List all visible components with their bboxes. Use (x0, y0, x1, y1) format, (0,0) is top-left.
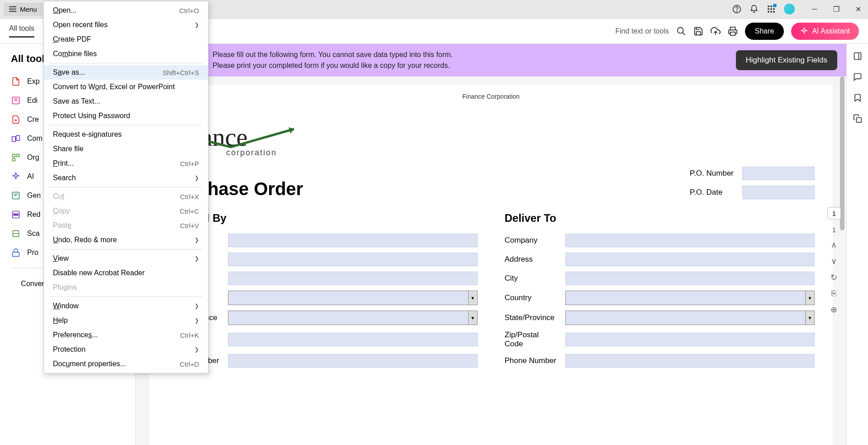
menu-item-label: Paste (53, 221, 71, 230)
po-date-input[interactable] (742, 186, 815, 199)
copy-icon[interactable] (853, 114, 863, 124)
svg-rect-24 (13, 158, 15, 161)
chevron-right-icon: ❯ (194, 303, 199, 309)
menu-item-label: Open... (53, 6, 76, 14)
menu-button[interactable]: Menu (4, 3, 43, 16)
po-number-input[interactable] (742, 167, 815, 180)
panel-toggle-icon[interactable] (853, 51, 863, 61)
menu-item-paste: PasteCtrl+V (44, 218, 208, 233)
ai-assistant-button[interactable]: AI Assistant (791, 23, 859, 40)
window-controls: ─ ❐ ✕ (808, 3, 864, 15)
logo: Finance corporation (167, 123, 815, 158)
search-icon[interactable] (676, 26, 686, 36)
menu-item-convert-to-word-excel-or-powerpoint[interactable]: Convert to Word, Excel or PowerPoint (44, 80, 208, 94)
menu-item-window[interactable]: Window❯ (44, 299, 208, 313)
export-icon (11, 77, 21, 86)
menu-item-search[interactable]: Search❯ (44, 171, 208, 185)
menu-item-open[interactable]: Open...Ctrl+O (44, 3, 208, 18)
svg-rect-21 (16, 135, 20, 140)
maximize-button[interactable]: ❐ (830, 3, 843, 15)
minimize-button[interactable]: ─ (808, 3, 821, 15)
apps-icon[interactable] (767, 5, 776, 14)
menu-item-undo-redo-more[interactable]: Undo, Redo & more❯ (44, 233, 208, 247)
menu-item-request-e-signatures[interactable]: Request e-signatures (44, 127, 208, 142)
form-columns: Ordered By Company Address City Country▼… (167, 212, 815, 373)
search-placeholder[interactable]: Find text or tools (615, 27, 669, 35)
chevron-right-icon: ❯ (194, 346, 199, 353)
hamburger-icon (9, 6, 16, 12)
dt-address-input[interactable] (565, 253, 815, 266)
organize-icon (11, 153, 21, 163)
cloud-icon[interactable] (711, 26, 721, 36)
menu-item-document-properties[interactable]: Document properties...Ctrl+D (44, 357, 208, 371)
menu-item-protect-using-password[interactable]: Protect Using Password (44, 109, 208, 123)
menu-shortcut: Ctrl+K (180, 331, 199, 339)
dt-state-select[interactable]: ▼ (565, 311, 815, 325)
ob-phone-input[interactable] (228, 354, 478, 368)
zoom-button[interactable]: ⊕ (830, 305, 837, 315)
ai-label: AI Assistant (812, 27, 850, 35)
create-icon (11, 115, 21, 124)
menu-item-label: Print... (53, 159, 74, 167)
sidebar-item-label: Com (27, 134, 43, 143)
document-area[interactable]: Finance Corporation Finance corporation … (136, 77, 846, 445)
ob-address-input[interactable] (228, 253, 478, 266)
help-icon[interactable] (732, 5, 741, 14)
avatar[interactable] (784, 4, 795, 14)
menu-item-preferences[interactable]: Preferences...Ctrl+K (44, 328, 208, 342)
menu-item-label: Document properties... (53, 360, 126, 368)
share-button[interactable]: Share (745, 23, 784, 40)
menu-item-create-pdf[interactable]: Create PDF (44, 32, 208, 47)
bookmark-icon[interactable] (853, 93, 863, 103)
tab-all-tools[interactable]: All tools (9, 24, 34, 38)
save-icon[interactable] (693, 26, 703, 36)
page-up-button[interactable]: ∧ (831, 240, 837, 250)
dt-company-input[interactable] (565, 234, 815, 247)
menu-item-disable-new-acrobat-reader[interactable]: Disable new Acrobat Reader (44, 266, 208, 280)
ob-country-select[interactable]: ▼ (228, 291, 478, 305)
page-down-button[interactable]: ∨ (831, 256, 837, 266)
dt-country-select[interactable]: ▼ (565, 291, 815, 305)
dt-city-input[interactable] (565, 272, 815, 285)
scan-icon (11, 229, 21, 239)
bell-icon[interactable] (749, 5, 759, 14)
menu-item-label: Copy (53, 207, 70, 215)
close-button[interactable]: ✕ (852, 3, 864, 15)
menu-separator (49, 249, 203, 249)
sidebar-item-label: Exp (27, 77, 40, 86)
ob-state-select[interactable]: ▼ (228, 311, 478, 325)
ob-city-input[interactable] (228, 272, 478, 285)
menu-item-share-file[interactable]: Share file (44, 142, 208, 156)
ordered-by-title: Ordered By (167, 212, 478, 225)
rotate-button[interactable]: ↻ (830, 273, 837, 282)
chevron-right-icon: ❯ (194, 317, 199, 324)
comment-icon[interactable] (853, 72, 863, 82)
menu-item-label: Protection (53, 345, 85, 354)
menu-item-view[interactable]: View❯ (44, 251, 208, 266)
menu-item-open-recent-files[interactable]: Open recent files❯ (44, 18, 208, 32)
menu-item-save-as[interactable]: Save as...Shift+Ctrl+S (44, 65, 208, 80)
logo-subtext: corporation (226, 148, 815, 158)
menu-item-cut: CutCtrl+X (44, 189, 208, 204)
menu-item-help[interactable]: Help❯ (44, 313, 208, 328)
menu-item-label: Share file (53, 145, 84, 153)
menu-shortcut: Ctrl+C (180, 207, 199, 215)
chevron-down-icon: ▼ (468, 311, 477, 325)
po-date-row: P.O. Date (690, 186, 815, 199)
menu-item-label: View (53, 254, 69, 263)
menu-item-combine-files[interactable]: Combine files (44, 47, 208, 61)
menu-item-label: Protect Using Password (53, 112, 130, 120)
fit-page-button[interactable]: ⎘ (831, 289, 836, 298)
dt-zip-input[interactable] (565, 333, 815, 346)
ob-zip-input[interactable] (228, 333, 478, 346)
print-icon[interactable] (728, 26, 738, 36)
menu-item-print[interactable]: Print...Ctrl+P (44, 156, 208, 171)
menu-item-save-as-text[interactable]: Save as Text... (44, 94, 208, 109)
svg-point-5 (768, 8, 769, 10)
ob-company-input[interactable] (228, 234, 478, 247)
page-number-input[interactable]: 1 (827, 207, 841, 220)
menu-item-label: Search (53, 174, 76, 182)
highlight-fields-button[interactable]: Highlight Existing Fields (736, 50, 837, 70)
menu-item-protection[interactable]: Protection❯ (44, 342, 208, 357)
dt-phone-input[interactable] (565, 354, 815, 368)
